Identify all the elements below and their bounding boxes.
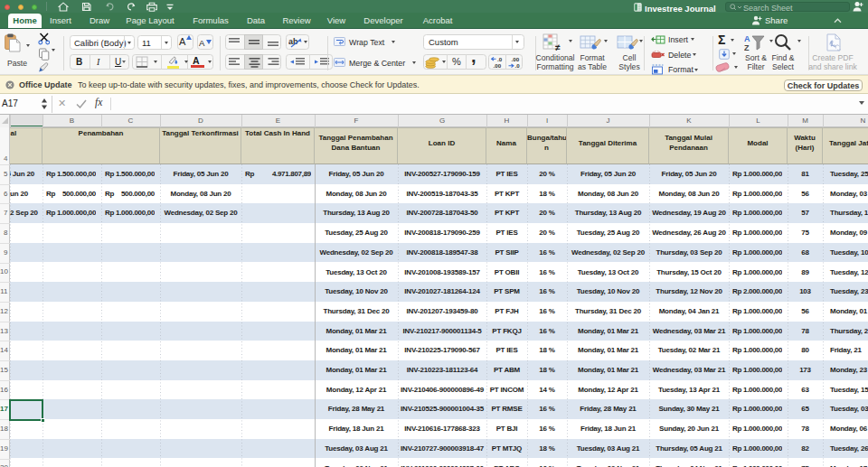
svg-text:.0: .0 xyxy=(515,62,521,69)
svg-text:Z: Z xyxy=(744,43,750,51)
svg-text:≠: ≠ xyxy=(555,42,561,52)
svg-text:A: A xyxy=(744,34,750,43)
svg-text:.00: .00 xyxy=(494,62,502,69)
